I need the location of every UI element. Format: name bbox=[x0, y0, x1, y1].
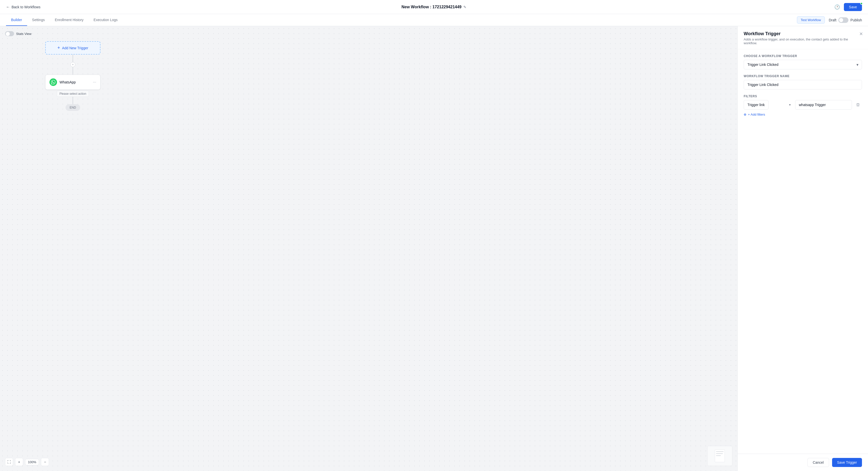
plus-icon: + bbox=[58, 45, 60, 51]
navbar-center: New Workflow : 1721229421449 ✎ bbox=[402, 5, 467, 9]
trigger-select-wrapper: Trigger Link Clicked Form Submitted Tag … bbox=[744, 60, 862, 69]
tab-execution-logs[interactable]: Execution Logs bbox=[89, 14, 123, 26]
save-trigger-button[interactable]: Save Trigger bbox=[832, 458, 862, 467]
zoom-in-button[interactable]: + bbox=[15, 458, 23, 466]
zoom-level: 100% bbox=[25, 459, 39, 465]
zoom-out-button[interactable]: − bbox=[41, 458, 49, 466]
back-button[interactable]: ← Back to Workflows bbox=[6, 5, 40, 9]
navbar-right: 🕐 Save bbox=[834, 3, 862, 11]
add-trigger-node[interactable]: + Add New Trigger bbox=[45, 41, 100, 55]
tabbar: Builder Settings Enrollment History Exec… bbox=[0, 14, 868, 26]
tab-settings[interactable]: Settings bbox=[27, 14, 50, 26]
node-menu-button[interactable]: ··· bbox=[93, 80, 96, 84]
draft-label: Draft bbox=[829, 18, 836, 22]
workflow-title: New Workflow : 1721229421449 bbox=[402, 5, 462, 9]
select-action-label: Please select action bbox=[57, 91, 89, 97]
tab-enrollment-history[interactable]: Enrollment History bbox=[50, 14, 88, 26]
tabs-group: Builder Settings Enrollment History Exec… bbox=[6, 14, 123, 26]
whatsapp-node-left: WhatsApp bbox=[50, 79, 76, 86]
main-content: Stats View + Add New Trigger + bbox=[0, 26, 868, 471]
panel-title: Workflow Trigger bbox=[744, 31, 862, 36]
trigger-name-section: WORKFLOW TRIGGER NAME bbox=[744, 75, 862, 89]
stats-view-toggle[interactable] bbox=[5, 31, 14, 36]
trigger-section: CHOOSE A WORKFLOW TRIGGER Trigger Link C… bbox=[744, 54, 862, 69]
edit-icon[interactable]: ✎ bbox=[463, 5, 466, 9]
minimap-line-2 bbox=[716, 453, 723, 454]
add-filters-label: + Add filters bbox=[748, 113, 765, 116]
filters-section: FILTERS Trigger link Tag Form bbox=[744, 94, 862, 116]
tab-builder[interactable]: Builder bbox=[6, 14, 27, 26]
filters-label: FILTERS bbox=[744, 94, 862, 98]
canvas-toolbar: ⛶ + 100% − bbox=[5, 458, 49, 466]
minimap-line-3 bbox=[716, 455, 721, 456]
publish-label: Publish bbox=[850, 18, 862, 22]
filter-delete-button[interactable] bbox=[854, 101, 862, 109]
connector-line-2 bbox=[72, 67, 73, 75]
draft-publish-group: Draft Publish bbox=[829, 17, 862, 23]
workflow-nodes: + Add New Trigger + WhatsApp bbox=[45, 41, 100, 111]
back-icon: ← bbox=[6, 5, 10, 9]
fullscreen-button[interactable]: ⛶ bbox=[5, 458, 13, 466]
add-filters-button[interactable]: ⊕ + Add filters bbox=[744, 113, 765, 116]
back-label: Back to Workflows bbox=[11, 5, 40, 9]
stats-view-label: Stats View bbox=[16, 32, 31, 36]
filters-row: Trigger link Tag Form bbox=[744, 100, 862, 110]
connector-line-1 bbox=[72, 55, 73, 62]
trigger-select[interactable]: Trigger Link Clicked Form Submitted Tag … bbox=[744, 60, 862, 69]
minimap-content bbox=[708, 446, 732, 466]
add-trigger-label: Add New Trigger bbox=[62, 46, 88, 50]
right-panel: Workflow Trigger Adds a workflow trigger… bbox=[737, 26, 868, 471]
whatsapp-node-name: WhatsApp bbox=[60, 80, 76, 84]
panel-footer: Cancel Save Trigger bbox=[738, 454, 868, 471]
cancel-button[interactable]: Cancel bbox=[807, 458, 829, 467]
panel-close-button[interactable]: ✕ bbox=[859, 31, 863, 37]
navbar: ← Back to Workflows New Workflow : 17212… bbox=[0, 0, 868, 14]
draft-publish-toggle[interactable] bbox=[838, 17, 848, 23]
minimap-line-1 bbox=[716, 451, 723, 452]
stats-view-group: Stats View bbox=[5, 31, 31, 36]
test-workflow-button[interactable]: Test Workflow bbox=[797, 16, 825, 24]
trigger-name-input[interactable] bbox=[744, 80, 862, 89]
connector-line-3 bbox=[72, 97, 73, 104]
connector-plus-1[interactable]: + bbox=[70, 62, 75, 67]
end-node: END bbox=[66, 104, 80, 111]
panel-body: CHOOSE A WORKFLOW TRIGGER Trigger Link C… bbox=[738, 49, 868, 454]
trigger-label: CHOOSE A WORKFLOW TRIGGER bbox=[744, 54, 862, 58]
save-dot-indicator bbox=[860, 2, 863, 5]
whatsapp-icon bbox=[50, 79, 57, 86]
whatsapp-node[interactable]: WhatsApp ··· Please select action bbox=[45, 75, 100, 97]
minimap bbox=[707, 446, 733, 466]
trigger-name-label: WORKFLOW TRIGGER NAME bbox=[744, 75, 862, 78]
stats-toggle-knob bbox=[6, 32, 10, 36]
filter-type-wrapper: Trigger link Tag Form bbox=[744, 100, 793, 110]
workflow-canvas[interactable]: Stats View + Add New Trigger + bbox=[0, 26, 737, 471]
panel-header: Workflow Trigger Adds a workflow trigger… bbox=[738, 26, 868, 49]
tabbar-right: Test Workflow Draft Publish bbox=[797, 16, 862, 24]
panel-subtitle: Adds a workflow trigger, and on executio… bbox=[744, 37, 862, 45]
history-icon[interactable]: 🕐 bbox=[834, 4, 840, 10]
toggle-knob bbox=[839, 18, 843, 22]
save-button[interactable]: Save bbox=[844, 3, 862, 11]
add-filter-icon: ⊕ bbox=[744, 113, 746, 116]
filter-value-input[interactable] bbox=[795, 100, 852, 110]
navbar-left: ← Back to Workflows bbox=[6, 5, 40, 9]
filter-type-select[interactable]: Trigger link Tag Form bbox=[744, 100, 769, 110]
minimap-inner bbox=[715, 450, 725, 462]
